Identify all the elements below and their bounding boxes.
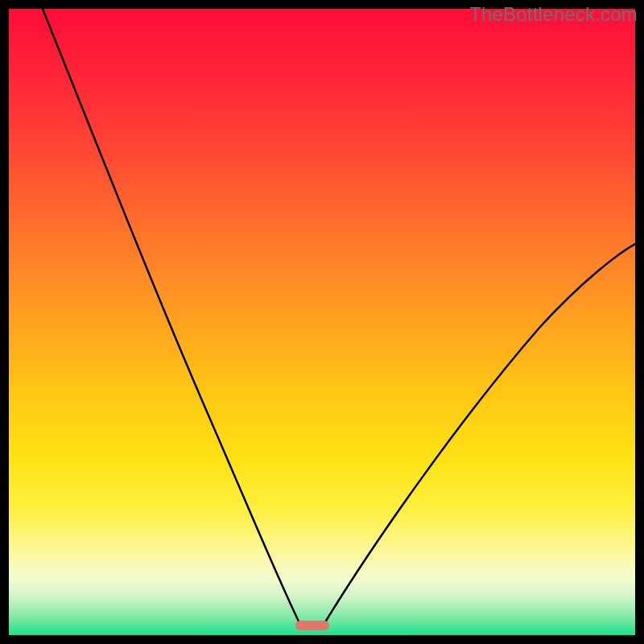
watermark-label: TheBottleneck.com	[469, 3, 638, 26]
bottleneck-marker	[295, 621, 329, 630]
curve-left-branch	[43, 9, 300, 625]
curve-layer	[9, 9, 635, 635]
curve-right-branch	[324, 244, 635, 625]
plot-area	[9, 9, 635, 635]
chart-container: TheBottleneck.com	[0, 0, 644, 644]
